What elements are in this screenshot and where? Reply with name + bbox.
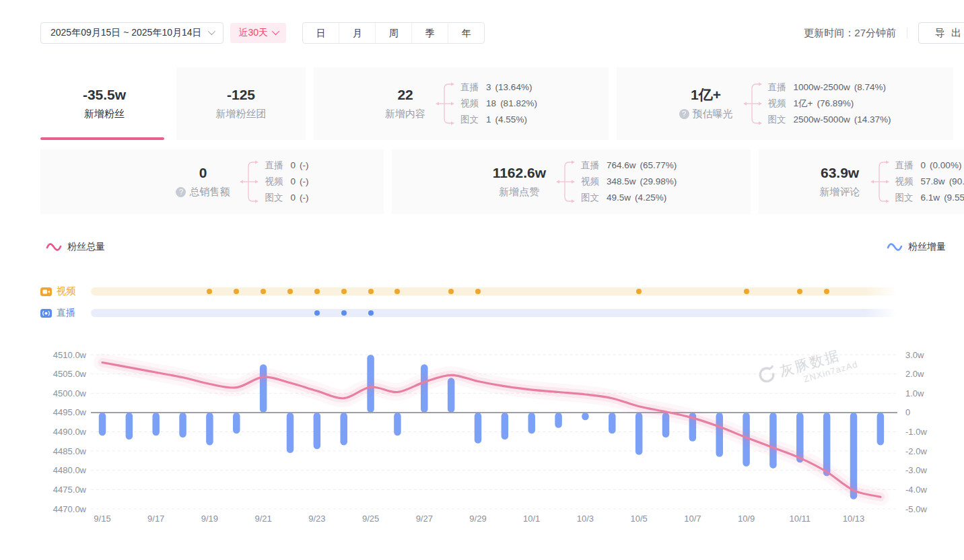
left-axis-tick: 4505.0w (53, 369, 87, 379)
x-axis-tick: 9/25 (362, 514, 379, 524)
breakdown-row: 直播1000w-2500w(8.74%) (768, 81, 891, 94)
tab-day[interactable]: 日 (303, 23, 339, 43)
breakdown-rows: 直播1000w-2500w(8.74%)视频1亿+(76.89%)图文2500w… (768, 81, 891, 126)
stat-label: 新增粉丝团 (216, 108, 267, 120)
left-axis-tick: 4470.0w (53, 504, 87, 514)
x-axis-tick: 9/23 (308, 514, 325, 524)
right-axis-tick: 0 (905, 407, 910, 417)
stat-card-new-followers[interactable]: -35.5w新增粉丝 (40, 67, 168, 140)
tab-week[interactable]: 周 (375, 23, 411, 43)
legend-fans-delta[interactable]: 粉丝增量 (887, 241, 946, 253)
left-axis-tick: 4490.0w (53, 427, 87, 437)
breakdown-row: 图文49.5w(4.25%) (581, 192, 677, 204)
delta-bar (206, 413, 213, 446)
breakdown-tree-icon (238, 153, 261, 210)
stat-value-block: 1亿+?预估曝光 (679, 87, 733, 120)
video-dot (314, 289, 320, 294)
video-dot (448, 289, 454, 294)
x-axis-tick: 9/15 (94, 514, 110, 524)
left-axis-tick: 4510.0w (53, 350, 87, 360)
legend-fans-total[interactable]: 粉丝总量 (46, 241, 105, 253)
delta-bar (314, 413, 321, 449)
stat-value-block: 63.9w新增评论 (820, 165, 860, 199)
help-icon[interactable]: ? (679, 109, 689, 119)
breakdown-row: 视频18(81.82%) (460, 98, 537, 110)
video-row-label: 视频 (57, 285, 75, 298)
date-range-text: 2025年09月15日 ~ 2025年10月14日 (50, 27, 202, 39)
breakdown-row: 视频1亿+(76.89%) (768, 98, 891, 110)
date-range-picker[interactable]: 2025年09月15日 ~ 2025年10月14日 (40, 22, 223, 44)
left-axis-tick: 4480.0w (53, 465, 87, 475)
blue-wave-icon (887, 242, 903, 252)
stat-label: 新增粉丝 (83, 108, 126, 120)
video-dot (368, 289, 374, 294)
tab-month[interactable]: 月 (339, 23, 375, 43)
x-axis-tick: 10/11 (789, 514, 811, 524)
live-row-label: 直播 (57, 307, 75, 319)
update-time: 更新时间：27分钟前 (804, 27, 896, 40)
left-axis-tick: 4475.0w (53, 485, 87, 495)
video-dot (394, 289, 400, 294)
delta-bar (340, 413, 347, 446)
live-dot (314, 310, 320, 316)
chevron-down-icon (207, 27, 215, 34)
x-axis-tick: 10/9 (738, 514, 755, 524)
video-dot (287, 289, 293, 294)
stats-row-1: -35.5w新增粉丝-125新增粉丝团22新增内容 直播3(13.64%)视频1… (40, 67, 964, 140)
video-track (91, 287, 897, 295)
help-icon[interactable]: ? (176, 187, 186, 197)
breakdown-rows: 直播3(13.64%)视频18(81.82%)图文1(4.55%) (460, 81, 537, 126)
delta-bar (609, 413, 616, 433)
chevron-down-icon (272, 27, 279, 34)
stat-value: 0 (176, 165, 230, 181)
tab-quarter[interactable]: 季 (411, 23, 448, 43)
stat-card-new-content[interactable]: 22新增内容 直播3(13.64%)视频18(81.82%)图文1(4.55%) (314, 67, 609, 140)
right-axis-tick: -3.0w (905, 465, 927, 475)
x-axis-tick: 10/3 (577, 514, 594, 524)
quick-range-text: 近30天 (239, 27, 269, 39)
breakdown-tree-icon (434, 75, 456, 132)
delta-bar (233, 413, 240, 433)
right-axis-tick: -1.0w (905, 427, 927, 437)
export-button[interactable]: 导出 (918, 22, 964, 44)
video-dot (824, 289, 829, 294)
breakdown-tree-icon (741, 75, 764, 132)
right-axis-tick: -5.0w (905, 504, 927, 514)
tab-year[interactable]: 年 (448, 23, 484, 43)
delta-bar (152, 413, 160, 435)
stat-label: 新增评论 (820, 186, 860, 199)
breakdown-rows: 直播764.6w(65.77%)视频348.5w(29.98%)图文49.5w(… (581, 160, 677, 204)
stat-value-block: 22新增内容 (385, 87, 425, 120)
video-dot (475, 289, 481, 294)
live-dot (368, 310, 374, 316)
stat-card-new-likes[interactable]: 1162.6w新增点赞 直播764.6w(65.77%)视频348.5w(29.… (392, 149, 751, 214)
video-icon (40, 287, 52, 297)
stats-row-2: 0?总销售额 直播0(-)视频0(-)图文0(-)1162.6w新增点赞 直播7… (40, 149, 964, 214)
stat-card-estimated-exposure[interactable]: 1亿+?预估曝光 直播1000w-2500w(8.74%)视频1亿+(76.89… (617, 67, 953, 140)
stat-value-block: -35.5w新增粉丝 (83, 87, 126, 120)
stat-value-block: 0?总销售额 (176, 165, 230, 199)
breakdown-row: 直播3(13.64%) (460, 81, 537, 94)
live-icon (40, 308, 52, 318)
stat-card-new-comments[interactable]: 63.9w新增评论 直播0(0.00%)视频57.8w(90.45%)图文6.1… (759, 149, 964, 214)
breakdown-tree-icon (554, 153, 577, 210)
stat-card-total-sales[interactable]: 0?总销售额 直播0(-)视频0(-)图文0(-) (40, 149, 384, 214)
legend-label: 粉丝增量 (908, 241, 946, 253)
breakdown-row: 图文0(-) (265, 192, 308, 204)
pink-wave-icon (46, 242, 62, 252)
video-dot (234, 289, 239, 294)
left-axis-tick: 4495.0w (53, 407, 87, 417)
breakdown-row: 视频348.5w(29.98%) (581, 176, 677, 188)
x-axis-tick: 9/19 (201, 514, 218, 524)
breakdown-row: 直播764.6w(65.77%) (581, 160, 677, 172)
x-axis-tick: 9/21 (254, 514, 271, 524)
stat-value-block: -125新增粉丝团 (216, 87, 267, 120)
right-axis-tick: -2.0w (905, 446, 927, 456)
quick-range-button[interactable]: 近30天 (230, 23, 287, 43)
x-axis-tick: 10/13 (843, 514, 865, 524)
right-axis-tick: -4.0w (905, 485, 927, 495)
delta-bar (555, 413, 562, 428)
breakdown-row: 直播0(-) (265, 160, 308, 172)
x-axis-tick: 9/29 (469, 514, 486, 524)
stat-card-new-fan-club[interactable]: -125新增粉丝团 (176, 67, 306, 140)
